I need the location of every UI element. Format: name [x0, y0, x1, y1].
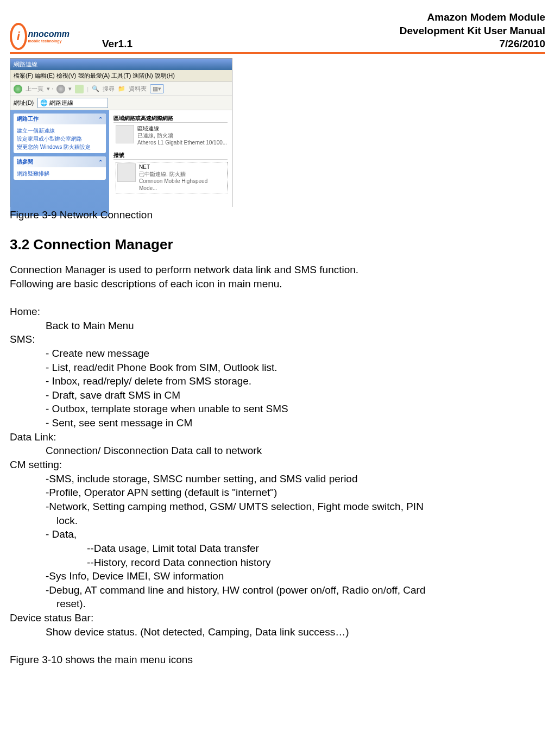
- devicestatus-label: Device status Bar:: [10, 611, 545, 625]
- intro-line: Connection Manager is used to perform ne…: [10, 263, 545, 277]
- collapse-icon: ⌃: [98, 159, 103, 165]
- home-desc: Back to Main Menu: [46, 319, 545, 333]
- back-label: 上一頁: [26, 85, 43, 93]
- sms-item: - Draft, save draft SMS in CM: [46, 388, 545, 402]
- version-label: Ver1.1: [102, 38, 133, 50]
- intro-line: Following are basic descriptions of each…: [10, 277, 545, 291]
- cmsetting-item: -Sys Info, Device IMEI, SW information: [46, 569, 545, 583]
- seealso-item: 網路疑難排解: [17, 169, 103, 178]
- conn-name: 區域連線: [137, 125, 227, 132]
- cmsetting-item: -Profile, Operator APN setting (default …: [46, 486, 545, 500]
- search-label: 搜尋: [103, 85, 115, 93]
- window-menubar: 檔案(F) 編輯(E) 檢視(V) 我的最愛(A) 工具(T) 進階(N) 說明…: [10, 70, 232, 82]
- cmsetting-item: -SMS, include storage, SMSC number setti…: [46, 472, 545, 486]
- header-right: Amazon Modem Module Development Kit User…: [400, 11, 545, 51]
- logo-subtext: mobile technology: [28, 39, 70, 43]
- task-item: 建立一個新連線: [17, 127, 103, 135]
- header-left: i nnocomm mobile technology Ver1.1: [10, 21, 133, 51]
- cmsetting-item: -Network, Setting camping method, GSM/ U…: [46, 500, 545, 514]
- window-titlebar: 網路連線: [10, 59, 232, 70]
- panel-title: 網路工作: [17, 115, 39, 123]
- search-icon: 🔍: [92, 85, 99, 92]
- back-icon: [14, 85, 22, 93]
- cmsetting-item: -Debug, AT command line and history, HW …: [46, 583, 545, 597]
- sms-item: - Create new message: [46, 346, 545, 361]
- sidebar: 網路工作 ⌃ 建立一個新連線 設定家用或小型辦公室網路 變更您的 Windows…: [10, 110, 109, 216]
- conn-device: Comneon Mobile Highspeed Mode...: [139, 178, 226, 192]
- logo: i nnocomm mobile technology: [10, 21, 70, 51]
- cmsetting-label: CM setting:: [10, 458, 545, 472]
- network-connection-screenshot: 網路連線 檔案(F) 編輯(E) 檢視(V) 我的最愛(A) 工具(T) 進階(…: [10, 58, 232, 207]
- sidebar-panel-seealso: 請參閱 ⌃ 網路疑難排解: [14, 156, 106, 180]
- task-item: 設定家用或小型辦公室網路: [17, 135, 103, 143]
- address-label: 網址(D): [14, 99, 34, 106]
- section-heading: 3.2 Connection Manager: [10, 236, 545, 253]
- address-icon: 🌐: [40, 99, 48, 106]
- sms-item: - Sent, see sent message in CM: [46, 416, 545, 430]
- doc-date: 7/26/2010: [400, 37, 545, 51]
- cmsetting-item: - Data,: [46, 527, 545, 541]
- dialup-icon: [117, 163, 136, 182]
- doc-title-line2: Development Kit User Manual: [400, 24, 545, 38]
- task-item: 變更您的 Windows 防火牆設定: [17, 143, 103, 151]
- datalink-label: Data Link:: [10, 430, 545, 444]
- figure-caption: Figure 3-9 Network Connection: [10, 209, 545, 221]
- cmsetting-item-cont: lock.: [56, 514, 545, 528]
- body-content: Connection Manager is used to perform ne…: [10, 263, 545, 667]
- cmsetting-item-cont: reset).: [56, 597, 545, 611]
- devicestatus-desc: Show device status. (Not detected, Campi…: [46, 625, 545, 639]
- doc-title-line1: Amazon Modem Module: [400, 11, 545, 24]
- cmsetting-subitem: --History, record Data connection histor…: [87, 556, 545, 570]
- address-value: 網路連線: [49, 99, 73, 106]
- section-title-dialup: 撥號: [113, 152, 228, 160]
- views-icon: ▦▾: [150, 84, 164, 93]
- connection-item-net: NET 已中斷連線, 防火牆 Comneon Mobile Highspeed …: [116, 162, 228, 193]
- folders-label: 資料夾: [129, 85, 147, 93]
- logo-name: nnocomm: [28, 29, 70, 39]
- cmsetting-subitem: --Data usage, Limit total Data transfer: [87, 541, 545, 556]
- closing-line: Figure 3-10 shows the main menu icons: [10, 653, 545, 667]
- window-addressbar: 網址(D) 🌐 網路連線: [10, 96, 232, 110]
- sms-label: SMS:: [10, 332, 545, 346]
- panel-title: 請參閱: [17, 158, 33, 166]
- sms-item: - List, read/edit Phone Book from SIM, O…: [46, 361, 545, 375]
- collapse-icon: ⌃: [98, 116, 103, 122]
- conn-name: NET: [139, 163, 226, 171]
- connection-item-lan: 區域連線 已連線, 防火牆 Atheros L1 Gigabit Etherne…: [116, 125, 228, 146]
- lan-icon: [116, 125, 134, 143]
- conn-status: 已連線, 防火牆: [137, 132, 227, 139]
- main-pane: 區域網路或高速網際網路 區域連線 已連線, 防火牆 Atheros L1 Gig…: [109, 110, 232, 216]
- window-title: 網路連線: [14, 61, 37, 67]
- folders-icon: 📁: [118, 85, 125, 92]
- sms-item: - Outbox, template storage when unable t…: [46, 402, 545, 416]
- home-label: Home:: [10, 305, 545, 319]
- page-header: i nnocomm mobile technology Ver1.1 Amazo…: [10, 11, 545, 54]
- window-toolbar: 上一頁 ▾ · ▾ | 🔍 搜尋 📁 資料夾 ▦▾: [10, 82, 232, 96]
- conn-device: Atheros L1 Gigabit Ethernet 10/100...: [137, 139, 227, 146]
- logo-icon: i: [10, 23, 27, 50]
- section-title-lan: 區域網路或高速網際網路: [113, 115, 228, 123]
- datalink-desc: Connection/ Disconnection Data call to n…: [46, 444, 545, 458]
- up-icon: [75, 85, 84, 93]
- sms-item: - Inbox, read/reply/ delete from SMS sto…: [46, 374, 545, 388]
- forward-icon: [56, 85, 65, 93]
- sidebar-panel-tasks: 網路工作 ⌃ 建立一個新連線 設定家用或小型辦公室網路 變更您的 Windows…: [14, 114, 106, 153]
- conn-status: 已中斷連線, 防火牆: [139, 171, 226, 178]
